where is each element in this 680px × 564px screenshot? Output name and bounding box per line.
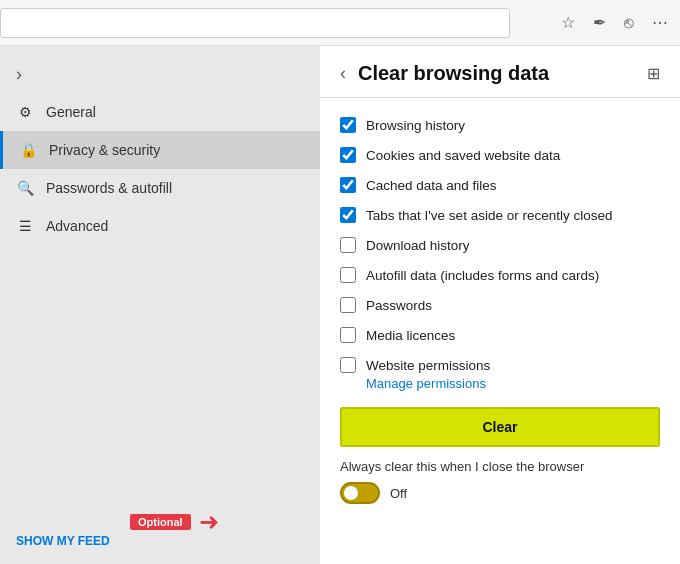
browsing-history-checkbox[interactable] xyxy=(340,117,356,133)
sidebar-item-passwords[interactable]: 🔍 Passwords & autofill xyxy=(0,169,320,207)
panel-title: Clear browsing data xyxy=(358,62,635,85)
website-permissions-checkbox[interactable] xyxy=(340,357,356,373)
download-label: Download history xyxy=(366,238,470,253)
tabs-label: Tabs that I've set aside or recently clo… xyxy=(366,208,612,223)
checkbox-cookies: Cookies and saved website data xyxy=(340,140,660,170)
cached-label: Cached data and files xyxy=(366,178,497,193)
media-checkbox[interactable] xyxy=(340,327,356,343)
favorites-icon[interactable]: ☆ xyxy=(561,13,575,32)
sidebar-item-general[interactable]: ⚙ General xyxy=(0,93,320,131)
autofill-checkbox[interactable] xyxy=(340,267,356,283)
browser-toolbar: ☆ ✒ ⎋ ⋯ xyxy=(0,0,680,46)
panel-header: ‹ Clear browsing data ⊞ xyxy=(320,46,680,98)
toggle-track xyxy=(340,482,380,504)
arrow-icon: ➜ xyxy=(199,508,219,536)
media-label: Media licences xyxy=(366,328,455,343)
main-layout: › ⚙ General 🔒 Privacy & security 🔍 Passw… xyxy=(0,46,680,564)
search-icon: 🔍 xyxy=(16,179,34,197)
sidebar-expand-button[interactable]: › xyxy=(0,56,320,93)
lock-icon: 🔒 xyxy=(19,141,37,159)
checkbox-autofill: Autofill data (includes forms and cards) xyxy=(340,260,660,290)
checkbox-cached: Cached data and files xyxy=(340,170,660,200)
checkbox-passwords: Passwords xyxy=(340,290,660,320)
cookies-checkbox[interactable] xyxy=(340,147,356,163)
download-checkbox[interactable] xyxy=(340,237,356,253)
passwords-label: Passwords xyxy=(366,298,432,313)
address-bar[interactable] xyxy=(0,8,510,38)
sidebar-item-general-label: General xyxy=(46,104,96,120)
tabs-checkbox[interactable] xyxy=(340,207,356,223)
pin-icon[interactable]: ⊞ xyxy=(647,64,660,83)
checkbox-media: Media licences xyxy=(340,320,660,350)
checkbox-download: Download history xyxy=(340,230,660,260)
more-icon[interactable]: ⋯ xyxy=(652,13,668,32)
cookies-label: Cookies and saved website data xyxy=(366,148,560,163)
browsing-history-label: Browsing history xyxy=(366,118,465,133)
passwords-checkbox[interactable] xyxy=(340,297,356,313)
optional-badge: Optional xyxy=(130,514,191,530)
sidebar-item-passwords-label: Passwords & autofill xyxy=(46,180,172,196)
toggle-thumb xyxy=(344,486,358,500)
autofill-label: Autofill data (includes forms and cards) xyxy=(366,268,599,283)
sidebar-item-advanced[interactable]: ☰ Advanced xyxy=(0,207,320,245)
right-panel: ‹ Clear browsing data ⊞ Browsing history… xyxy=(320,46,680,564)
always-clear-label: Always clear this when I close the brows… xyxy=(340,459,660,474)
website-permissions-label: Website permissions xyxy=(366,358,490,373)
back-icon[interactable]: ‹ xyxy=(340,63,346,84)
toggle-state-label: Off xyxy=(390,486,407,501)
advanced-icon: ☰ xyxy=(16,217,34,235)
always-clear-toggle[interactable] xyxy=(340,482,380,504)
sidebar-item-privacy-label: Privacy & security xyxy=(49,142,160,158)
general-icon: ⚙ xyxy=(16,103,34,121)
checkbox-browsing-history: Browsing history xyxy=(340,110,660,140)
toggle-row: Off xyxy=(340,482,660,504)
sidebar-item-privacy[interactable]: 🔒 Privacy & security xyxy=(0,131,320,169)
manage-permissions-link[interactable]: Manage permissions xyxy=(340,376,660,391)
cached-checkbox[interactable] xyxy=(340,177,356,193)
sidebar-item-advanced-label: Advanced xyxy=(46,218,108,234)
clear-button[interactable]: Clear xyxy=(340,407,660,447)
checkbox-tabs: Tabs that I've set aside or recently clo… xyxy=(340,200,660,230)
share-icon[interactable]: ⎋ xyxy=(624,14,634,32)
panel-content: Browsing history Cookies and saved websi… xyxy=(320,98,680,564)
notes-icon[interactable]: ✒ xyxy=(593,13,606,32)
sidebar: › ⚙ General 🔒 Privacy & security 🔍 Passw… xyxy=(0,46,320,564)
optional-annotation: Optional ➜ xyxy=(130,508,219,536)
toolbar-icons: ☆ ✒ ⎋ ⋯ xyxy=(561,13,668,32)
